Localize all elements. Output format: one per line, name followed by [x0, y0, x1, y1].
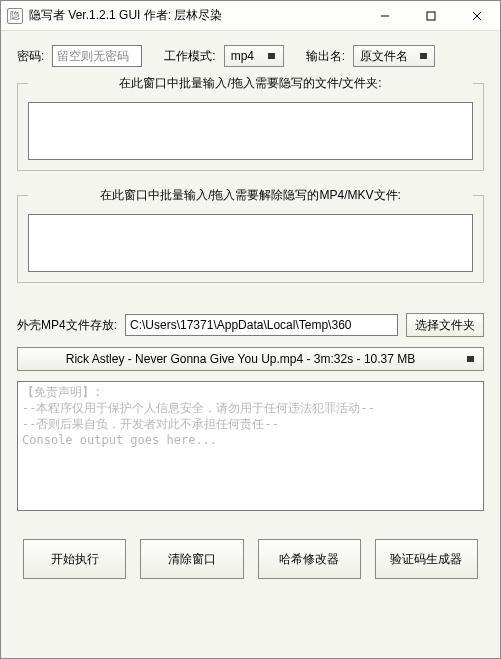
shell-path-row: 外壳MP4文件存放: 选择文件夹	[17, 313, 484, 337]
options-row: 密码: 工作模式: mp4 输出名: 原文件名	[17, 45, 484, 67]
hide-caption: 在此窗口中批量输入/拖入需要隐写的文件/文件夹:	[28, 76, 473, 90]
window-title: 隐写者 Ver.1.2.1 GUI 作者: 层林尽染	[29, 7, 362, 24]
console-output: 【免责声明】: --本程序仅用于保护个人信息安全，请勿用于任何违法犯罪活动-- …	[17, 381, 484, 511]
app-icon: 隐	[7, 8, 23, 24]
dropdown-handle-icon	[465, 355, 475, 363]
mode-label: 工作模式:	[164, 48, 215, 65]
shell-file-value: Rick Astley - Never Gonna Give You Up.mp…	[26, 352, 455, 366]
maximize-button[interactable]	[408, 1, 454, 31]
hide-groupbox: 在此窗口中批量输入/拖入需要隐写的文件/文件夹:	[17, 83, 484, 171]
hide-drop-area[interactable]	[28, 102, 473, 160]
shell-path-input[interactable]	[125, 314, 398, 336]
hash-button[interactable]: 哈希修改器	[258, 539, 361, 579]
titlebar: 隐 隐写者 Ver.1.2.1 GUI 作者: 层林尽染	[1, 1, 500, 31]
minimize-button[interactable]	[362, 1, 408, 31]
start-button[interactable]: 开始执行	[23, 539, 126, 579]
reveal-groupbox: 在此窗口中批量输入/拖入需要解除隐写的MP4/MKV文件:	[17, 195, 484, 283]
shell-file-dropdown[interactable]: Rick Astley - Never Gonna Give You Up.mp…	[17, 347, 484, 371]
action-button-row: 开始执行 清除窗口 哈希修改器 验证码生成器	[17, 539, 484, 579]
output-label: 输出名:	[306, 48, 345, 65]
clear-button[interactable]: 清除窗口	[140, 539, 243, 579]
reveal-caption: 在此窗口中批量输入/拖入需要解除隐写的MP4/MKV文件:	[28, 188, 473, 202]
password-label: 密码:	[17, 48, 44, 65]
dropdown-handle-icon	[418, 52, 428, 60]
dropdown-handle-icon	[267, 52, 277, 60]
output-dropdown[interactable]: 原文件名	[353, 45, 435, 67]
app-window: 隐 隐写者 Ver.1.2.1 GUI 作者: 层林尽染 密码: 工作模式: m…	[0, 0, 501, 659]
content-area: 密码: 工作模式: mp4 输出名: 原文件名 在此窗口中批量输入/拖入需要隐写…	[1, 31, 500, 658]
svg-rect-1	[427, 12, 435, 20]
output-value: 原文件名	[360, 48, 408, 65]
reveal-drop-area[interactable]	[28, 214, 473, 272]
verify-button[interactable]: 验证码生成器	[375, 539, 478, 579]
mode-dropdown[interactable]: mp4	[224, 45, 284, 67]
shell-label: 外壳MP4文件存放:	[17, 317, 117, 334]
password-input[interactable]	[52, 45, 142, 67]
mode-value: mp4	[231, 49, 254, 63]
browse-button[interactable]: 选择文件夹	[406, 313, 484, 337]
close-button[interactable]	[454, 1, 500, 31]
